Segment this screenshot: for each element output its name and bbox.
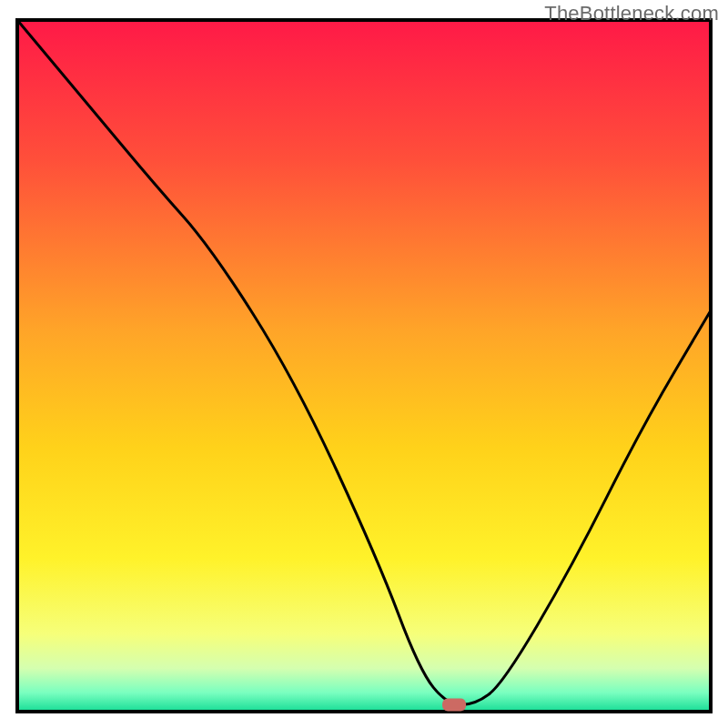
- optimal-point-marker: [442, 698, 466, 711]
- watermark-text: TheBottleneck.com: [544, 2, 719, 25]
- plot-background: [19, 22, 709, 710]
- chart-container: TheBottleneck.com: [0, 0, 728, 728]
- bottleneck-chart: [0, 0, 728, 728]
